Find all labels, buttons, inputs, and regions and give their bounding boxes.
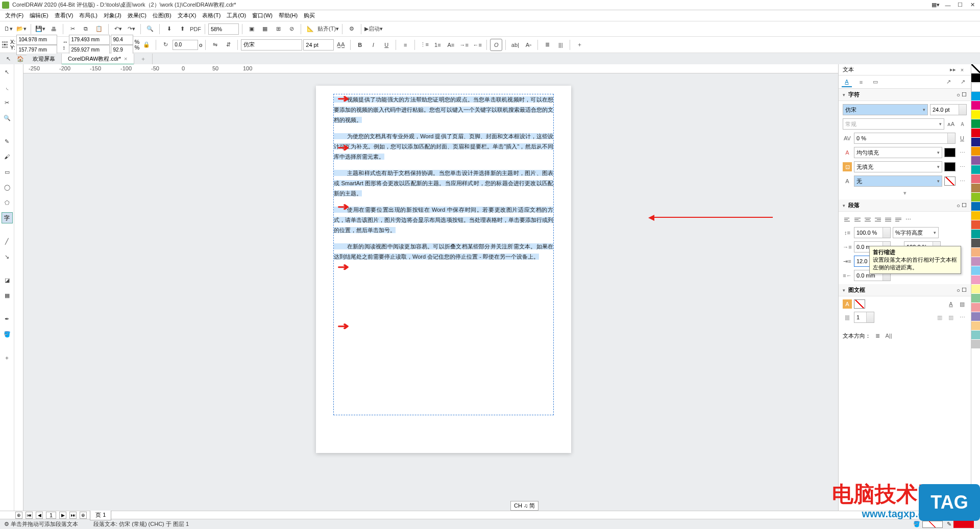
fullscreen-button[interactable]: ▣ <box>246 23 258 35</box>
italic-button[interactable]: I <box>367 39 379 51</box>
object-origin-icon[interactable] <box>2 39 9 51</box>
font-size-input[interactable]: 24.0 pt <box>930 104 967 115</box>
kerning-input[interactable]: 0 % <box>854 133 955 144</box>
align-right-button[interactable] <box>873 215 883 224</box>
undo-button[interactable]: ↶▾ <box>112 23 124 35</box>
color-swatch[interactable] <box>971 275 980 285</box>
menu-bitmap[interactable]: 位图(B) <box>150 11 175 20</box>
page-current[interactable]: 1 <box>46 512 56 519</box>
align-settings-button[interactable]: ⋯ <box>904 215 913 224</box>
zoom-select[interactable]: 58% <box>208 23 239 35</box>
page-last-button[interactable]: ⏭ <box>69 512 77 519</box>
color-swatch[interactable] <box>971 92 980 101</box>
align-none-button[interactable] <box>843 215 852 224</box>
popout2-icon[interactable]: ↗ <box>958 77 968 87</box>
col-gutter-icon[interactable]: ▥ <box>946 313 955 322</box>
w-input[interactable] <box>69 35 110 45</box>
page-next-button[interactable]: ▶ <box>59 512 66 519</box>
export-button[interactable]: ⬆ <box>176 23 188 35</box>
color-swatch[interactable] <box>971 101 980 110</box>
numbering-button[interactable]: 1≡ <box>431 39 444 51</box>
frame-tab-icon[interactable]: ▭ <box>870 77 880 87</box>
frame-align-icon[interactable]: A <box>946 299 955 309</box>
connector-tool[interactable]: ↘ <box>2 251 13 262</box>
color-swatch[interactable] <box>971 257 980 266</box>
snap-off-button[interactable]: ⊘ <box>285 23 298 35</box>
opentype-button[interactable]: O <box>490 39 502 51</box>
color-swatch[interactable] <box>971 266 980 275</box>
color-swatch[interactable] <box>971 73 980 83</box>
color-swatch[interactable] <box>971 156 980 165</box>
paragraph-text[interactable]: 视频提供了功能强大的方法帮助您证明您的观点。当您单击联机视频时，可以在想要添加的… <box>334 96 553 123</box>
expand-tool[interactable]: ＋ <box>2 352 13 363</box>
linespace-mode-select[interactable]: %字符高度 <box>893 227 939 238</box>
popout-icon[interactable]: ↗ <box>943 77 953 87</box>
menu-window[interactable]: 窗口(W) <box>249 11 276 20</box>
font-select[interactable]: 仿宋 <box>241 39 302 51</box>
text-properties-button[interactable]: A▫ <box>522 39 534 51</box>
color-swatch[interactable] <box>971 230 980 239</box>
color-swatch[interactable] <box>971 331 980 340</box>
menu-table[interactable]: 表格(T) <box>199 11 224 20</box>
paragraph-text[interactable]: 在新的阅读视图中阅读更加容易。可以折叠文档某些部分并关注所需文本。如果在达到结尾… <box>334 243 553 260</box>
outline-more-icon[interactable]: ⋯ <box>958 162 967 171</box>
snap-button[interactable]: 贴齐(T)▾ <box>317 23 339 35</box>
fill-color-swatch[interactable] <box>944 148 955 157</box>
align-full-button[interactable] <box>894 215 903 224</box>
paragraph-text[interactable]: 为使您的文档具有专业外观，Word 提供了页眉、页脚、封面和文本框设计，这些设计… <box>334 133 553 160</box>
color-swatch[interactable] <box>971 340 980 349</box>
bg-none-swatch[interactable] <box>944 177 955 186</box>
bg-select[interactable]: 无 <box>854 175 942 187</box>
crop-tool[interactable]: ✂ <box>2 97 13 108</box>
paste-button[interactable]: 📋 <box>93 23 105 35</box>
page-prev-button[interactable]: ◀ <box>36 512 43 519</box>
color-swatch[interactable] <box>971 174 980 184</box>
shape-tool[interactable]: ◟ <box>2 82 13 93</box>
paragraph-text-frame[interactable]: ➜ ➜ ➜ ➜ ➜ 视频提供了功能强大的方法帮助您证明您的观点。当您单击联机视频… <box>333 94 554 415</box>
help-dropdown-icon[interactable]: ▦▾ <box>930 1 941 9</box>
page-add2-button[interactable]: ⊕ <box>80 512 87 519</box>
zoom-tool[interactable]: 🔍 <box>2 112 13 123</box>
outline-color-swatch[interactable] <box>944 162 955 171</box>
section-paragraph[interactable]: 段落○ ☐ <box>839 199 971 212</box>
font-style-select[interactable]: 常规 <box>843 118 944 130</box>
color-swatch[interactable] <box>971 321 980 331</box>
parallel-dim-tool[interactable]: ╱ <box>2 236 13 247</box>
section-character[interactable]: 字符○ ☐ <box>839 89 971 101</box>
mirror-h-button[interactable]: ⇋ <box>209 39 221 51</box>
pick-tool[interactable]: ↖ <box>2 66 13 78</box>
save-button[interactable]: 💾▾ <box>34 23 46 35</box>
align-button[interactable]: ≡ <box>399 39 411 51</box>
page-canvas[interactable]: ➜ ➜ ➜ ➜ ➜ 视频提供了功能强大的方法帮助您证明您的观点。当您单击联机视频… <box>316 86 571 453</box>
grid-button[interactable]: ▦ <box>259 23 271 35</box>
color-swatch[interactable] <box>971 129 980 138</box>
no-color-swatch[interactable] <box>971 64 980 73</box>
gear-icon[interactable]: ⚙ <box>4 521 9 527</box>
align-justify-button[interactable] <box>884 215 893 224</box>
add-button[interactable]: ＋ <box>573 39 585 51</box>
linespace-input[interactable]: 100.0 % <box>854 227 891 238</box>
frame-more-icon[interactable]: ⋯ <box>958 313 967 322</box>
ellipse-tool[interactable]: ◯ <box>2 182 13 193</box>
fill-type-select[interactable]: 均匀填充 <box>854 147 942 158</box>
copy-button[interactable]: ⧉ <box>80 23 92 35</box>
menu-file[interactable]: 文件(F) <box>2 11 27 20</box>
color-swatch[interactable] <box>971 147 980 156</box>
menu-object[interactable]: 对象(J) <box>101 11 125 20</box>
variable-font-button[interactable]: A̲A̲ <box>335 39 347 51</box>
col-equal-icon[interactable]: ▥ <box>935 313 944 322</box>
direction-v-button[interactable]: A|| <box>884 331 893 340</box>
color-swatch[interactable] <box>971 184 980 193</box>
open-button[interactable]: 📂▾ <box>15 23 28 35</box>
color-swatch[interactable] <box>971 193 980 202</box>
menu-text[interactable]: 文本(X) <box>175 11 200 20</box>
color-swatch[interactable] <box>971 119 980 129</box>
close-button[interactable]: ✕ <box>967 1 978 9</box>
color-swatch[interactable] <box>971 303 980 312</box>
menu-tools[interactable]: 工具(O) <box>224 11 249 20</box>
underline-icon[interactable]: U <box>958 134 967 143</box>
page-first-button[interactable]: ⏮ <box>26 512 33 519</box>
search-button[interactable]: 🔍 <box>144 23 156 35</box>
color-swatch[interactable] <box>971 239 980 248</box>
color-swatch[interactable] <box>971 220 980 230</box>
